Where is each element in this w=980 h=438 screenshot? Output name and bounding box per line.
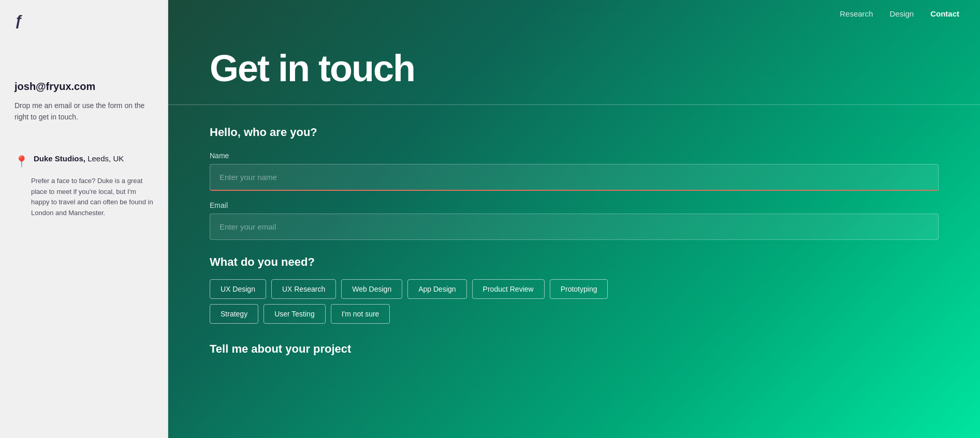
needs-tags-row1: UX DesignUX ResearchWeb DesignApp Design… xyxy=(210,279,939,299)
email-label: Email xyxy=(210,201,939,209)
sidebar-place-name: Duke Studios, xyxy=(34,154,85,163)
contact-form-section: Hello, who are you? Name Email What do y… xyxy=(168,105,980,376)
needs-tag-btn[interactable]: Product Review xyxy=(472,279,545,299)
needs-tag-btn[interactable]: User Testing xyxy=(264,304,326,324)
sidebar: ƒ josh@fryux.com Drop me an email or use… xyxy=(0,0,168,438)
sidebar-email: josh@fryux.com xyxy=(14,81,154,93)
sidebar-place: Duke Studios, Leeds, UK xyxy=(34,154,124,163)
needs-title: What do you need? xyxy=(210,255,939,269)
email-input[interactable] xyxy=(210,214,939,240)
logo: ƒ xyxy=(14,12,154,29)
name-label: Name xyxy=(210,152,939,160)
needs-tag-btn[interactable]: Prototyping xyxy=(550,279,608,299)
project-section: Tell me about your project xyxy=(210,342,939,356)
project-title: Tell me about your project xyxy=(210,342,939,356)
needs-tag-btn[interactable]: App Design xyxy=(407,279,466,299)
needs-tag-btn[interactable]: Strategy xyxy=(210,304,258,324)
nav-design[interactable]: Design xyxy=(889,9,914,18)
sidebar-place-city: Leeds, UK xyxy=(85,154,124,163)
name-field-group: Name xyxy=(210,152,939,191)
needs-tag-btn[interactable]: Web Design xyxy=(341,279,402,299)
needs-section: What do you need? UX DesignUX ResearchWe… xyxy=(210,255,939,324)
main-content: Research Design Contact Get in touch Hel… xyxy=(168,0,980,438)
needs-tags-row2: StrategyUser TestingI'm not sure xyxy=(210,304,939,324)
sidebar-location: 📍 Duke Studios, Leeds, UK xyxy=(14,154,154,169)
page-title: Get in touch xyxy=(210,48,939,89)
needs-tag-btn[interactable]: UX Design xyxy=(210,279,266,299)
hero-section: Get in touch xyxy=(168,27,980,105)
form-subtitle: Hello, who are you? xyxy=(210,126,939,139)
email-field-group: Email xyxy=(210,201,939,240)
location-icon: 📍 xyxy=(14,155,28,169)
nav-research[interactable]: Research xyxy=(840,9,873,18)
sidebar-location-description: Prefer a face to face? Duke is a great p… xyxy=(31,176,154,219)
needs-tag-btn[interactable]: UX Research xyxy=(271,279,336,299)
name-input[interactable] xyxy=(210,164,939,191)
needs-tag-btn[interactable]: I'm not sure xyxy=(331,304,390,324)
nav-contact[interactable]: Contact xyxy=(930,9,959,18)
top-nav: Research Design Contact xyxy=(168,0,980,27)
sidebar-description: Drop me an email or use the form on the … xyxy=(14,100,154,123)
